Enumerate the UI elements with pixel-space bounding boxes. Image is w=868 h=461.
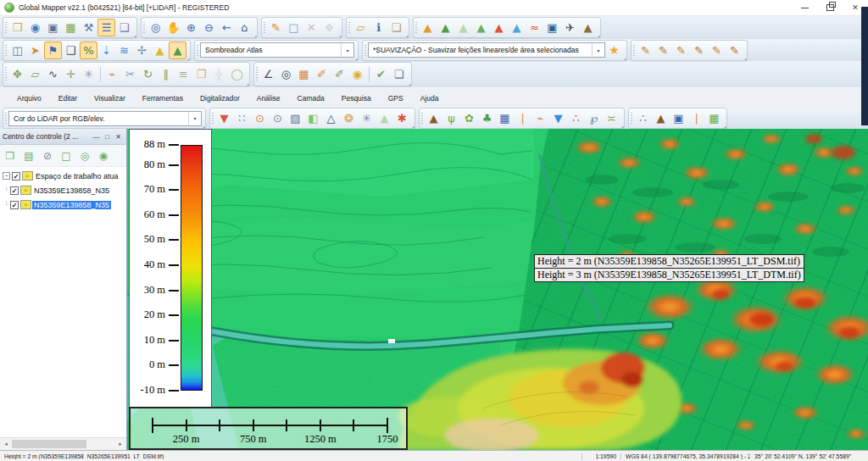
auto-class-ground-button[interactable]: ▲ (652, 109, 670, 127)
elevation-grid-button[interactable]: ▲ (472, 19, 490, 36)
groundwater-button[interactable]: ⇣ (97, 42, 115, 59)
panel-float-button[interactable]: □ (102, 133, 113, 141)
copy-features-button[interactable]: ❐ (192, 65, 210, 83)
lidar-qc-points-button[interactable]: ⊙ (269, 109, 287, 127)
class-building-button[interactable]: ▦ (496, 109, 514, 127)
fault-analysis-button[interactable]: ≈ (526, 19, 543, 36)
water-level-button[interactable]: ≋ (115, 42, 133, 59)
scroll-right-icon[interactable]: ▸ (114, 441, 126, 447)
draw-circle-button[interactable]: ✎ (726, 42, 743, 59)
menu-editar[interactable]: Editar (50, 91, 86, 106)
map-canvas[interactable]: 88 m80 m70 m60 m50 m40 m30 m20 m10 m0 m-… (127, 129, 868, 450)
zoom-tool-button[interactable]: ◎ (147, 19, 164, 36)
flag-marker-button[interactable]: ⚑ (44, 42, 62, 59)
slope-shader-button[interactable]: % (80, 42, 97, 59)
feature-info-button[interactable]: ℹ (370, 19, 387, 36)
offset-copy-button[interactable]: ≡ (175, 65, 192, 83)
split-line-button[interactable]: ✂ (121, 65, 139, 83)
lidar-draw-mode-select[interactable]: Cor do LiDAR por RGB/elev. (8, 111, 202, 126)
zoom-in-button[interactable]: ⊕ (182, 19, 200, 36)
pale-terrain-button[interactable]: ▲ (376, 109, 393, 127)
menu-camada[interactable]: Camada (289, 91, 333, 106)
lidar-filter-button[interactable]: ▼ (215, 109, 233, 127)
control-center-button[interactable]: ☰ (97, 19, 115, 36)
auto-class-poles-button[interactable]: ∣ (687, 109, 705, 127)
combine-terrain-button[interactable]: ▲ (490, 19, 508, 36)
class-keypoint-button[interactable]: ℘ (585, 109, 603, 127)
hillshade-sun-button[interactable]: ▲ (151, 42, 169, 59)
layer-select-button[interactable]: □ (58, 147, 75, 164)
select-features-button[interactable]: □ (285, 19, 303, 36)
rotate-copy-button[interactable]: ↻ (139, 65, 157, 83)
measure-tool-button[interactable]: ▱ (352, 19, 370, 36)
draw-curve-button[interactable]: ✎ (672, 42, 690, 59)
lidar-qc-button[interactable]: ⊙ (251, 109, 269, 127)
crop-features-button[interactable]: ╬ (210, 65, 228, 83)
shader-select[interactable]: Sombreador Atlas (200, 42, 354, 58)
menu-ferramentas[interactable]: Ferramentas (134, 91, 192, 106)
draw-point-button[interactable]: ✎ (637, 42, 654, 59)
range-rings-button[interactable]: ◎ (277, 65, 295, 83)
area-pen-button[interactable]: ✐ (331, 65, 348, 83)
cross-section-button[interactable]: ▨ (287, 109, 304, 127)
class-noise-button[interactable]: ∴ (567, 109, 585, 127)
configuration-button[interactable]: ⚒ (80, 19, 97, 36)
docked-panel-strip[interactable] (861, 7, 868, 125)
menu-analise[interactable]: Análise (248, 91, 289, 106)
create-tin-button[interactable]: △ (322, 109, 340, 127)
multi-select-button[interactable]: ❖ (320, 19, 338, 36)
terrain-pale-button[interactable]: ▲ (454, 19, 472, 36)
class-shrub-button[interactable]: ✿ (460, 109, 478, 127)
smooth-feature-button[interactable]: ◯ (228, 65, 246, 83)
zoom-out-button[interactable]: ⊖ (200, 19, 218, 36)
menu-pesquisa[interactable]: Pesquisa (333, 91, 380, 106)
layer-metadata-button[interactable]: ▤ (20, 147, 37, 164)
scale-feature-button[interactable]: ▱ (26, 65, 44, 83)
class-pole-button[interactable]: ∣ (514, 109, 531, 127)
split-profile-button[interactable]: ◫ (8, 42, 26, 59)
class-ground-button[interactable]: ▲ (425, 109, 442, 127)
contour-generation-button[interactable]: ▲ (437, 19, 454, 36)
globe-points-button[interactable]: ✳ (358, 109, 376, 127)
layer-label[interactable]: N35359E139858_N35 (32, 186, 111, 195)
compare-clouds-button[interactable]: ❂ (340, 109, 358, 127)
map-layout-button[interactable]: ▦ (62, 19, 80, 36)
select-screen-button[interactable]: ▦ (705, 109, 723, 127)
extract-vectors-button[interactable]: ✱ (393, 109, 411, 127)
layer-label[interactable]: N35359E139858_N35 (32, 201, 111, 209)
apply-edits-button[interactable]: ✔ (372, 65, 390, 83)
zoom-previous-button[interactable]: ← (218, 19, 236, 36)
tree-item-layer[interactable]: └✓≈N35359E139858_N35 (0, 183, 126, 197)
layer-label[interactable]: Espaço de trabalho atua (34, 172, 120, 181)
pan-tool-button[interactable]: ✋ (164, 19, 182, 36)
tree-item-layer[interactable]: └✓≈N35359E139858_N35 (0, 197, 126, 212)
move-feature-button[interactable]: ✥ (8, 65, 26, 83)
point-cloud-button[interactable]: ∷ (233, 109, 251, 127)
layer-checkbox[interactable]: ✓ (10, 186, 19, 195)
reshape-feature-button[interactable]: ∿ (44, 65, 62, 83)
menu-digitalizador[interactable]: Digitalizador (192, 91, 248, 106)
measure-angle-button[interactable]: ∠ (259, 65, 277, 83)
menu-gps[interactable]: GPS (380, 91, 412, 106)
menu-ajuda[interactable]: Ajuda (412, 91, 448, 106)
atlas-shader-button[interactable]: ▲ (169, 42, 186, 59)
path-profile-terrain-button[interactable]: ▲ (579, 19, 597, 36)
favorites-button[interactable]: ★ (605, 42, 623, 59)
script-select[interactable]: *SUAVIZAÇÃO - Suavizar feições lineares/… (368, 42, 605, 58)
layer-checkbox[interactable]: ✓ (12, 172, 20, 181)
shift-vertices-button[interactable]: ✛ (62, 65, 80, 83)
elevation-pen-button[interactable]: ✐ (313, 65, 331, 83)
chevron-down-icon[interactable] (188, 112, 201, 125)
watershed-button[interactable]: ▲ (508, 19, 526, 36)
create-grid-button[interactable]: ▦ (295, 65, 313, 83)
raster-image-button[interactable]: ▣ (543, 19, 561, 36)
open-online-data-button[interactable]: ◉ (26, 19, 44, 36)
view-3d-button[interactable]: ❑ (62, 42, 80, 59)
restore-button[interactable] (817, 0, 843, 15)
draw-line-button[interactable]: ✎ (654, 42, 672, 59)
layer-checkbox[interactable]: ✓ (10, 201, 19, 209)
tower-view-button[interactable]: ✢ (133, 42, 151, 59)
terrain-shader-button[interactable]: ▲ (419, 19, 437, 36)
parallel-copy-button[interactable]: ∥ (157, 65, 175, 83)
combine-shapes-button[interactable]: ◉ (348, 65, 366, 83)
